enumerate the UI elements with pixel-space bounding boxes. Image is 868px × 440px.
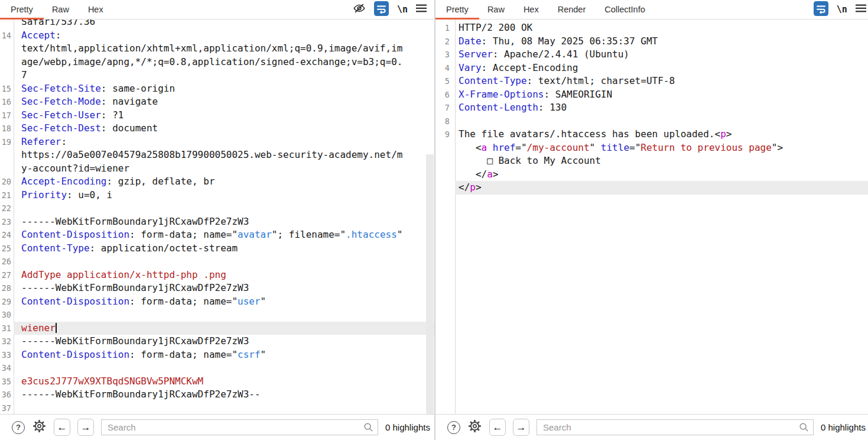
code-line-34[interactable]: 34 bbox=[0, 361, 434, 375]
menu-icon[interactable] bbox=[416, 4, 427, 15]
code-line-22[interactable]: 22 bbox=[0, 202, 434, 215]
code-text: Content-Disposition: form-data; name="us… bbox=[14, 295, 434, 309]
code-text: AddType application/x-httpd-php .png bbox=[14, 268, 434, 282]
code-line-35[interactable]: 35e3cus2J777wX9XTBqdSNGBVw5PNMCKwM bbox=[0, 375, 434, 389]
code-line-wrap[interactable]: y-account?id=wiener bbox=[0, 162, 434, 176]
code-line-17[interactable]: 17Sec-Fetch-User: ?1 bbox=[0, 109, 434, 122]
code-line-wrap[interactable]: </p> bbox=[435, 181, 868, 195]
code-line-8[interactable]: 8 bbox=[435, 115, 868, 128]
code-line-24[interactable]: 24Content-Disposition: form-data; name="… bbox=[0, 228, 434, 242]
code-line-wrap[interactable]: Safari/537.36 bbox=[0, 20, 434, 29]
http-message-editor: PrettyRawHex bbox=[0, 0, 868, 440]
code-line-6[interactable]: 6X-Frame-Options: SAMEORIGIN bbox=[435, 88, 868, 102]
code-line-wrap[interactable]: age/webp,image/apng,*/*;q=0.8,applicatio… bbox=[0, 56, 434, 69]
code-line-14[interactable]: 14Accept: bbox=[0, 29, 434, 43]
tab-raw[interactable]: Raw bbox=[43, 0, 79, 19]
response-tabs: PrettyRawHexRenderCollectInfo bbox=[435, 0, 655, 19]
search-forward-button[interactable]: → bbox=[513, 419, 529, 436]
word-wrap-toggle-icon[interactable] bbox=[374, 1, 389, 18]
help-icon[interactable]: ? bbox=[12, 421, 25, 434]
code-line-27[interactable]: 27AddType application/x-httpd-php .png bbox=[0, 268, 434, 282]
code-line-18[interactable]: 18Sec-Fetch-Dest: document bbox=[0, 122, 434, 135]
code-line-37[interactable]: 37 bbox=[0, 402, 434, 415]
line-number: 27 bbox=[0, 268, 14, 282]
code-line-32[interactable]: 32------WebKitFormBoundary1jRCxawDfP2e7z… bbox=[0, 335, 434, 348]
line-number bbox=[0, 56, 14, 69]
code-line-28[interactable]: 28------WebKitFormBoundary1jRCxawDfP2e7z… bbox=[0, 282, 434, 295]
tab-hex[interactable]: Hex bbox=[79, 0, 113, 19]
code-text bbox=[455, 115, 868, 128]
search-input[interactable] bbox=[101, 419, 378, 435]
code-text: Content-Disposition: form-data; name="av… bbox=[14, 228, 434, 242]
search-back-button[interactable]: ← bbox=[489, 419, 506, 436]
tab-hex[interactable]: Hex bbox=[514, 0, 548, 19]
newline-marker-icon[interactable]: \n bbox=[837, 4, 847, 15]
code-line-3[interactable]: 3Server: Apache/2.4.41 (Ubuntu) bbox=[435, 48, 868, 62]
line-number: 22 bbox=[0, 202, 14, 215]
code-line-19[interactable]: 19Referer: bbox=[0, 135, 434, 149]
request-scrollbar-thumb[interactable] bbox=[426, 154, 434, 414]
code-text: e3cus2J777wX9XTBqdSNGBVw5PNMCKwM bbox=[14, 375, 434, 389]
hide-nonprintable-icon[interactable] bbox=[353, 2, 366, 17]
search-back-button[interactable]: ← bbox=[54, 419, 70, 436]
code-text: ------WebKitFormBoundary1jRCxawDfP2e7zW3 bbox=[14, 215, 434, 229]
code-line-wrap[interactable]: □ Back to My Account bbox=[435, 154, 868, 168]
highlights-count: 0 highlights bbox=[385, 422, 430, 432]
code-line-31[interactable]: 31wiener bbox=[0, 322, 434, 335]
code-line-23[interactable]: 23------WebKitFormBoundary1jRCxawDfP2e7z… bbox=[0, 215, 434, 229]
code-line-wrap[interactable]: https://0a5e007e04579a25808b179900050025… bbox=[0, 148, 434, 162]
code-line-wrap[interactable]: <a href="/my-account" title="Return to p… bbox=[435, 141, 868, 155]
settings-gear-icon[interactable] bbox=[32, 419, 47, 436]
line-number: 15 bbox=[0, 82, 14, 96]
code-line-1[interactable]: 1HTTP/2 200 OK bbox=[435, 21, 868, 35]
code-line-20[interactable]: 20Accept-Encoding: gzip, deflate, br bbox=[0, 175, 434, 189]
code-line-7[interactable]: 7Content-Length: 130 bbox=[435, 101, 868, 115]
text-cursor bbox=[56, 323, 57, 333]
code-line-wrap[interactable]: text/html,application/xhtml+xml,applicat… bbox=[0, 42, 434, 56]
code-text: https://0a5e007e04579a25808b179900050025… bbox=[14, 148, 434, 162]
line-number: 32 bbox=[0, 335, 14, 348]
code-line-26[interactable]: 26 bbox=[0, 255, 434, 268]
code-line-5[interactable]: 5Content-Type: text/html; charset=UTF-8 bbox=[435, 75, 868, 88]
code-text: ------WebKitFormBoundary1jRCxawDfP2e7zW3… bbox=[14, 388, 434, 402]
line-number: 17 bbox=[0, 109, 14, 122]
line-number: 20 bbox=[0, 175, 14, 189]
line-number bbox=[435, 181, 455, 195]
code-line-25[interactable]: 25Content-Type: application/octet-stream bbox=[0, 242, 434, 255]
tab-collectinfo[interactable]: CollectInfo bbox=[595, 0, 655, 19]
tab-pretty[interactable]: Pretty bbox=[1, 0, 43, 19]
search-forward-button[interactable]: → bbox=[77, 419, 94, 436]
help-icon[interactable]: ? bbox=[447, 421, 460, 434]
code-text: Vary: Accept-Encoding bbox=[455, 62, 868, 75]
tab-raw[interactable]: Raw bbox=[478, 0, 514, 19]
request-toolbar: \n bbox=[353, 1, 434, 18]
settings-gear-icon[interactable] bbox=[467, 419, 482, 436]
code-line-29[interactable]: 29Content-Disposition: form-data; name="… bbox=[0, 295, 434, 309]
word-wrap-toggle-icon[interactable] bbox=[814, 1, 828, 18]
code-line-9[interactable]: 9The file avatars/.htaccess has been upl… bbox=[435, 128, 868, 141]
newline-marker-icon[interactable]: \n bbox=[397, 4, 408, 15]
menu-icon[interactable] bbox=[856, 4, 866, 15]
code-line-4[interactable]: 4Vary: Accept-Encoding bbox=[435, 62, 868, 75]
request-editor[interactable]: Safari/537.3614Accept:text/html,applicat… bbox=[0, 20, 434, 414]
code-line-15[interactable]: 15Sec-Fetch-Site: same-origin bbox=[0, 82, 434, 96]
code-line-2[interactable]: 2Date: Thu, 08 May 2025 06:35:37 GMT bbox=[435, 35, 868, 48]
code-line-16[interactable]: 16Sec-Fetch-Mode: navigate bbox=[0, 95, 434, 109]
code-line-21[interactable]: 21Priority: u=0, i bbox=[0, 189, 434, 202]
code-text: Content-Type: text/html; charset=UTF-8 bbox=[455, 75, 868, 88]
tab-pretty[interactable]: Pretty bbox=[437, 0, 478, 19]
search-input[interactable] bbox=[537, 419, 814, 435]
code-line-33[interactable]: 33Content-Disposition: form-data; name="… bbox=[0, 348, 434, 362]
line-number: 28 bbox=[0, 282, 14, 295]
line-number: 4 bbox=[435, 62, 455, 75]
code-text: Content-Disposition: form-data; name="cs… bbox=[14, 348, 434, 362]
line-number: 8 bbox=[435, 115, 455, 128]
code-line-wrap[interactable]: 7 bbox=[0, 69, 434, 82]
line-number bbox=[0, 42, 14, 56]
code-line-30[interactable]: 30 bbox=[0, 308, 434, 322]
code-line-wrap[interactable]: </a> bbox=[435, 168, 868, 182]
code-text: y-account?id=wiener bbox=[14, 162, 434, 176]
response-editor[interactable]: 1HTTP/2 200 OK2Date: Thu, 08 May 2025 06… bbox=[435, 20, 868, 414]
tab-render[interactable]: Render bbox=[548, 0, 596, 19]
code-line-36[interactable]: 36------WebKitFormBoundary1jRCxawDfP2e7z… bbox=[0, 388, 434, 402]
